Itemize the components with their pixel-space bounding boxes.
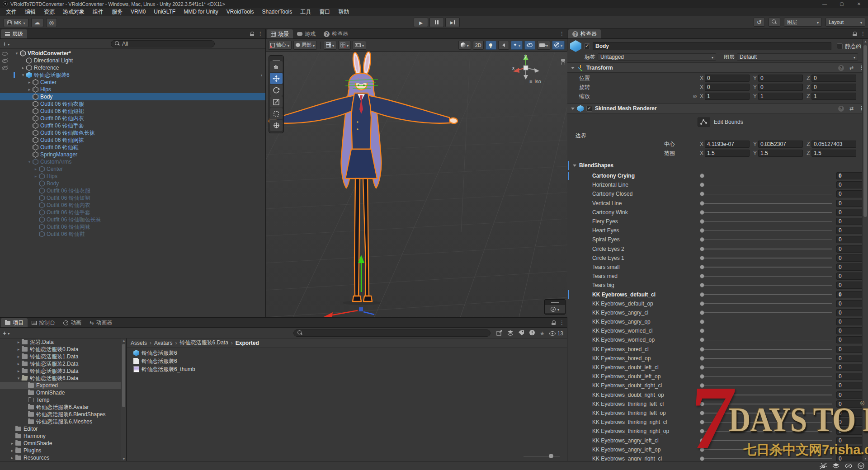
hierarchy-row[interactable]: SpringManager xyxy=(0,151,265,158)
x-value-field[interactable]: 1.5 xyxy=(705,150,750,157)
slider-knob[interactable] xyxy=(700,347,704,352)
folder-row[interactable]: Harmony xyxy=(0,432,126,440)
hierarchy-row[interactable]: Outfit 06 铃仙鞋 xyxy=(0,144,265,151)
hierarchy-row[interactable]: Directional Light xyxy=(0,57,265,64)
folder-row[interactable]: 铃仙恋活服装6.Avatar xyxy=(0,404,126,411)
folder-row[interactable]: ▸ 铃仙恋活服装3.Data xyxy=(0,367,126,375)
file-row[interactable]: 铃仙恋活服装6 xyxy=(127,357,567,365)
blendshape-slider[interactable] xyxy=(700,418,833,427)
hierarchy-row[interactable]: Outfit 06 铃仙咖色长袜 xyxy=(0,216,265,223)
blendshape-slider[interactable] xyxy=(700,217,833,226)
blendshape-value-field[interactable]: 0 xyxy=(836,355,864,362)
collapse-tray-icon[interactable] xyxy=(858,462,864,470)
expand-arrow-icon[interactable]: ▸ xyxy=(15,369,22,373)
hierarchy-row[interactable]: ▾ 铃仙恋活服装6 xyxy=(0,71,265,79)
expand-arrow-icon[interactable]: ▸ xyxy=(15,362,22,366)
slider-knob[interactable] xyxy=(549,454,553,458)
hierarchy-row[interactable]: Outfit 06 铃仙网袜 xyxy=(0,136,265,144)
folder-row[interactable]: ▸ OmniShade xyxy=(0,440,126,447)
blendshape-value-field[interactable]: 0 xyxy=(836,190,864,197)
close-button[interactable] xyxy=(856,1,862,6)
layers-stack-icon[interactable] xyxy=(832,463,840,470)
hierarchy-row[interactable]: Body xyxy=(0,180,265,187)
blendshape-value-field[interactable]: 0 xyxy=(836,391,864,399)
breadcrumb-segment[interactable]: Avatars xyxy=(154,340,179,346)
slider-knob[interactable] xyxy=(700,402,704,406)
expand-arrow-icon[interactable]: ▸ xyxy=(9,448,15,453)
blendshape-slider[interactable] xyxy=(700,254,833,263)
expand-arrow-icon[interactable]: ▸ xyxy=(15,340,22,344)
tab-inspector[interactable]: 检查器 xyxy=(568,29,601,38)
menu-item[interactable]: 服务 xyxy=(108,8,127,16)
blendshape-value-field[interactable]: 0 xyxy=(836,346,864,353)
expand-arrow-icon[interactable]: ▾ xyxy=(15,376,22,381)
tree-scrollbar[interactable]: ▲ ▼ xyxy=(121,338,126,461)
menu-item[interactable]: 帮助 xyxy=(334,8,353,16)
expand-arrow-icon[interactable]: ▸ xyxy=(15,354,22,359)
increment-snap-dropdown[interactable] xyxy=(338,41,351,50)
hierarchy-row[interactable]: Outfit 06 铃仙短裙 xyxy=(0,108,265,115)
slider-knob[interactable] xyxy=(700,356,704,361)
blendshape-value-field[interactable]: 0 xyxy=(836,227,864,234)
tag-dropdown[interactable]: Untagged xyxy=(598,53,716,61)
menu-item[interactable]: MMD for Unity xyxy=(179,8,222,16)
blendshape-value-field[interactable]: 0 xyxy=(836,418,864,426)
file-row[interactable]: 铃仙恋活服装6 xyxy=(127,349,567,357)
slider-knob[interactable] xyxy=(700,383,704,388)
scale-tool[interactable] xyxy=(270,96,283,108)
shading-mode-dropdown[interactable] xyxy=(458,41,471,50)
blendshape-slider[interactable] xyxy=(700,335,833,344)
expand-arrow-icon[interactable]: ▸ xyxy=(9,456,15,460)
menu-item[interactable]: VRM0 xyxy=(127,8,150,16)
tab-hierarchy[interactable]: 层级 xyxy=(1,29,27,38)
blendshape-slider[interactable] xyxy=(700,400,833,409)
scrollbar-thumb[interactable] xyxy=(122,344,125,407)
blendshape-slider[interactable] xyxy=(700,189,833,198)
menu-item[interactable]: VRoidTools xyxy=(222,8,258,16)
preset-icon[interactable] xyxy=(849,105,854,112)
static-checkbox[interactable] xyxy=(837,43,843,49)
blendshape-slider[interactable] xyxy=(700,317,833,326)
slider-knob[interactable] xyxy=(700,174,704,178)
breadcrumb-segment[interactable]: Assets xyxy=(131,340,154,346)
breadcrumb-segment[interactable]: 铃仙恋活服装6.Data xyxy=(179,339,235,347)
blendshape-slider[interactable] xyxy=(700,244,833,254)
file-row[interactable]: 铃仙恋活服装6_thumb xyxy=(127,365,567,373)
slider-knob[interactable] xyxy=(700,447,704,452)
expand-arrow-icon[interactable]: ▸ xyxy=(33,174,39,179)
expand-arrow-icon[interactable]: ▾ xyxy=(20,73,26,77)
hierarchy-row[interactable]: Outfit 06 铃仙衣服 xyxy=(0,100,265,108)
hierarchy-row[interactable]: ▸ Center xyxy=(0,79,265,86)
slider-knob[interactable] xyxy=(700,338,704,342)
expand-arrow-icon[interactable]: ▸ xyxy=(26,87,33,92)
slider-knob[interactable] xyxy=(700,420,704,424)
hierarchy-row[interactable]: Outfit 06 铃仙手套 xyxy=(0,122,265,129)
blendshape-slider[interactable] xyxy=(700,363,833,372)
pause-button[interactable] xyxy=(429,18,444,27)
blendshape-value-field[interactable]: 0 xyxy=(836,254,864,262)
folder-row[interactable]: ▸ Resources xyxy=(0,454,126,461)
gizmos-dropdown[interactable] xyxy=(552,41,565,50)
blendshape-slider[interactable] xyxy=(700,180,833,189)
menu-item[interactable]: Sha­derTools xyxy=(258,8,297,16)
asset-bundle-icon[interactable] xyxy=(507,330,514,337)
layout-dropdown[interactable]: Layout xyxy=(826,18,865,27)
x-value-field[interactable]: 0 xyxy=(705,84,750,91)
label-tag-icon[interactable] xyxy=(518,330,524,337)
blendshape-value-field[interactable]: 0 xyxy=(836,218,864,225)
blendshape-value-field[interactable]: 0 xyxy=(836,373,864,380)
tab-inspector-docked[interactable]: 检查器 xyxy=(320,29,352,38)
x-value-field[interactable]: 1 xyxy=(705,93,750,100)
blendshape-slider[interactable] xyxy=(700,326,833,335)
view-orientation-gizmo[interactable]: y x xyxy=(512,53,544,89)
hierarchy-row[interactable]: Outfit 06 铃仙内衣 xyxy=(0,202,265,209)
hierarchy-row[interactable]: Outfit 06 铃仙衣服 xyxy=(0,187,265,194)
lock-icon[interactable] xyxy=(853,32,857,36)
help-icon[interactable] xyxy=(838,106,844,112)
folder-row[interactable]: ▾ 铃仙恋活服装6.Data xyxy=(0,375,126,382)
layers-dropdown[interactable]: 图层 xyxy=(784,18,822,27)
folder-row[interactable]: ▸ 铃仙恋活服装1.Data xyxy=(0,353,126,360)
undo-history-button[interactable] xyxy=(754,18,765,27)
expand-arrow-icon[interactable]: ▸ xyxy=(9,441,15,446)
y-value-field[interactable]: 1.5 xyxy=(758,150,803,157)
